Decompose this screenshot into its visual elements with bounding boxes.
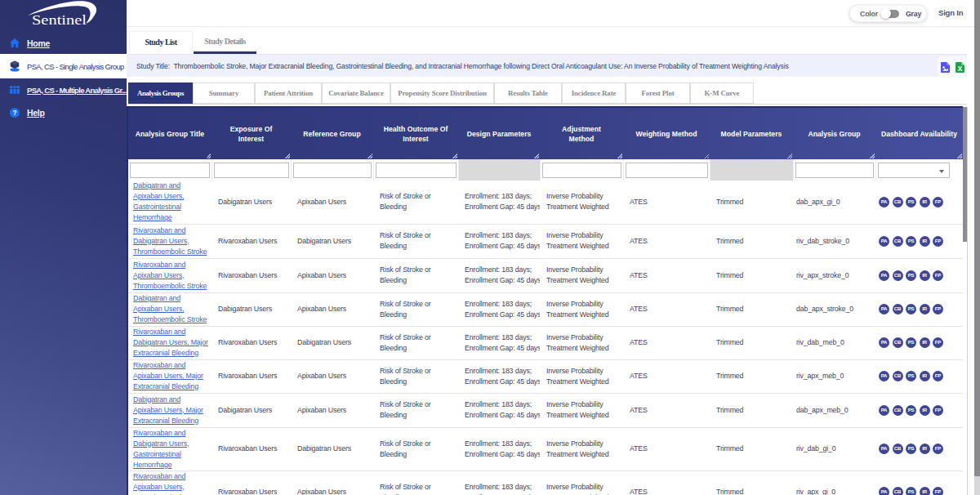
svg-text:Sentinel: Sentinel bbox=[32, 11, 87, 28]
svg-text:?: ? bbox=[12, 109, 16, 117]
svg-text:X: X bbox=[958, 65, 963, 72]
